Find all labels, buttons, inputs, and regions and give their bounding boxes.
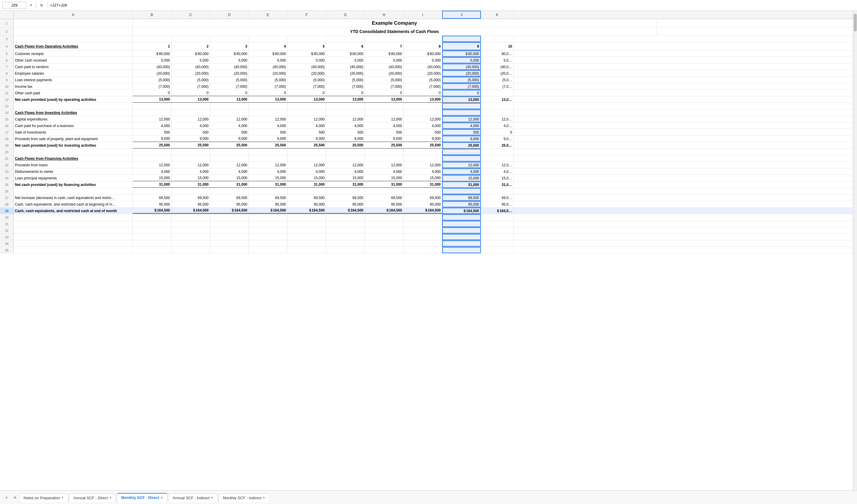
cell-d12[interactable]: 13,000 <box>210 96 249 103</box>
cell-k26[interactable] <box>481 188 514 194</box>
cell-h15[interactable]: 12,000 <box>365 116 403 122</box>
cell-h4[interactable]: 7 <box>365 42 403 50</box>
cell-k12[interactable]: 13,0… <box>481 96 514 103</box>
cell-e25[interactable]: 31,000 <box>249 182 287 188</box>
cell-f24[interactable]: 15,000 <box>287 175 326 181</box>
cell-e24[interactable]: 15,000 <box>249 175 287 181</box>
cell-f7[interactable]: (40,000) <box>287 64 326 70</box>
cell-g19[interactable]: 25,500 <box>326 142 365 149</box>
cell-d10[interactable]: (7,000) <box>210 83 249 89</box>
cell-j25[interactable]: 31,000 <box>442 182 481 188</box>
cell-i10[interactable]: (7,000) <box>403 83 442 89</box>
cell-g7[interactable]: (40,000) <box>326 64 365 70</box>
cell-f8[interactable]: (20,000) <box>287 70 326 77</box>
cell-a25[interactable]: Net cash provided (used) by financing ac… <box>14 182 133 188</box>
scrollbar-thumb[interactable] <box>854 14 857 32</box>
cell-d15[interactable]: 12,000 <box>210 116 249 122</box>
cell-a29[interactable]: Cash, cash equivalents, and restricted c… <box>14 208 133 214</box>
cell-a12[interactable]: Net cash provided (used) by operating ac… <box>14 96 133 103</box>
cell-d5[interactable]: $ 80,000 <box>210 51 249 57</box>
cell-h11[interactable]: 0 <box>365 90 403 96</box>
cell-b17[interactable]: 500 <box>133 129 171 135</box>
cell-g9[interactable]: (5,000) <box>326 77 365 83</box>
cell-h27[interactable]: 69,500 <box>365 195 403 201</box>
cell-d17[interactable]: 500 <box>210 129 249 135</box>
cell-c21[interactable] <box>171 155 210 162</box>
cell-b3[interactable] <box>133 36 171 42</box>
cell-d28[interactable]: 95,000 <box>210 201 249 207</box>
cell-a1[interactable] <box>14 19 133 27</box>
cell-k8[interactable]: (20,0… <box>481 70 514 77</box>
cell-a18[interactable]: Proceeds from sale of property, plant an… <box>14 136 133 142</box>
cell-k21[interactable] <box>481 155 514 162</box>
cell-b11[interactable]: 0 <box>133 90 171 96</box>
cell-k15[interactable]: 12,0… <box>481 116 514 122</box>
cell-j14[interactable] <box>442 110 481 116</box>
tab-notes-on-preparation[interactable]: Notes on Preparation ▼ <box>19 493 68 502</box>
cell-a9[interactable]: Loan interest payments <box>14 77 133 83</box>
cell-k25[interactable]: 31,0… <box>481 182 514 188</box>
cell-f18[interactable]: 9,000 <box>287 136 326 142</box>
cell-j29[interactable]: $ 164,500 <box>442 208 481 214</box>
cell-j10[interactable]: (7,000) <box>442 83 481 89</box>
cell-i15[interactable]: 12,000 <box>403 116 442 122</box>
cell-h3[interactable] <box>365 36 403 42</box>
cell-h9[interactable]: (5,000) <box>365 77 403 83</box>
cell-g3[interactable] <box>326 36 365 42</box>
cell-h17[interactable]: 500 <box>365 129 403 135</box>
cell-h8[interactable]: (20,000) <box>365 70 403 77</box>
cell-d26[interactable] <box>210 188 249 194</box>
cell-i25[interactable]: 31,000 <box>403 182 442 188</box>
cell-h10[interactable]: (7,000) <box>365 83 403 89</box>
cell-c24[interactable]: 15,000 <box>171 175 210 181</box>
cell-d18[interactable]: 9,000 <box>210 136 249 142</box>
cell-a22[interactable]: Proceeds from loans <box>14 162 133 168</box>
cell-e12[interactable]: 13,000 <box>249 96 287 103</box>
cell-i4[interactable]: 8 <box>403 42 442 50</box>
cell-g4[interactable]: 6 <box>326 42 365 50</box>
cell-a17[interactable]: Sale of investments <box>14 129 133 135</box>
cell-j5[interactable]: $ 80,000 <box>442 51 481 57</box>
formula-input[interactable] <box>50 2 855 9</box>
cell-i8[interactable]: (20,000) <box>403 70 442 77</box>
cell-j22[interactable]: 12,000 <box>442 162 481 168</box>
cell-g23[interactable]: 4,000 <box>326 168 365 175</box>
cell-b19[interactable]: 25,500 <box>133 142 171 149</box>
cell-k13[interactable] <box>481 103 514 109</box>
cell-g6[interactable]: 5,000 <box>326 57 365 63</box>
cell-d4[interactable]: 3 <box>210 42 249 50</box>
cell-i29[interactable]: $ 164,500 <box>403 208 442 214</box>
cell-h12[interactable]: 13,000 <box>365 96 403 103</box>
cell-d21[interactable] <box>210 155 249 162</box>
cell-g15[interactable]: 12,000 <box>326 116 365 122</box>
cell-a15[interactable]: Capital expenditures <box>14 116 133 122</box>
cell-h13[interactable] <box>365 103 403 109</box>
cell-c8[interactable]: (20,000) <box>171 70 210 77</box>
cell-h5[interactable]: $ 80,000 <box>365 51 403 57</box>
cell-k22[interactable]: 12,0… <box>481 162 514 168</box>
col-header-j[interactable]: J <box>442 11 481 19</box>
cell-g18[interactable]: 9,000 <box>326 136 365 142</box>
cell-d14[interactable] <box>210 110 249 116</box>
cell-a13[interactable] <box>14 103 133 109</box>
cell-k7[interactable]: (40,0… <box>481 64 514 70</box>
cell-i13[interactable] <box>403 103 442 109</box>
cell-c20[interactable] <box>171 149 210 155</box>
col-header-a[interactable]: A <box>14 11 133 19</box>
cell-h22[interactable]: 12,000 <box>365 162 403 168</box>
cell-i6[interactable]: 5,000 <box>403 57 442 63</box>
cell-f29[interactable]: $ 164,500 <box>287 208 326 214</box>
cell-g11[interactable]: 0 <box>326 90 365 96</box>
cell-b10[interactable]: (7,000) <box>133 83 171 89</box>
cell-h25[interactable]: 31,000 <box>365 182 403 188</box>
cell-d6[interactable]: 5,000 <box>210 57 249 63</box>
cell-f9[interactable]: (5,000) <box>287 77 326 83</box>
cell-a10[interactable]: Income tax <box>14 83 133 89</box>
cell-i28[interactable]: 95,000 <box>403 201 442 207</box>
cell-g16[interactable]: 4,000 <box>326 122 365 129</box>
cell-f28[interactable]: 95,000 <box>287 201 326 207</box>
cell-k14[interactable] <box>481 110 514 116</box>
cell-j16[interactable]: 4,000 <box>442 122 481 129</box>
cell-i3[interactable] <box>403 36 442 42</box>
cell-d3[interactable] <box>210 36 249 42</box>
